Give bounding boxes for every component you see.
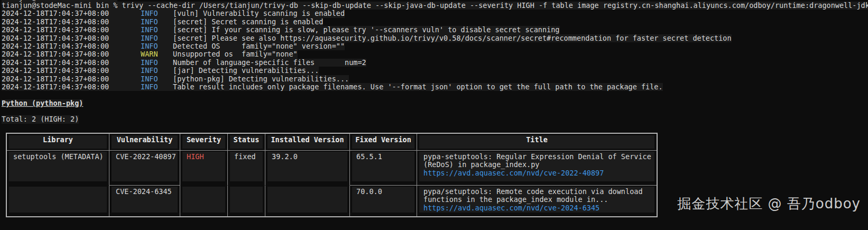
log-level: INFO bbox=[141, 26, 173, 34]
column-header-status: Status bbox=[228, 134, 265, 151]
column-header-library: Library bbox=[7, 134, 109, 151]
log-message: [python-pkg] Detecting vulnerabilities..… bbox=[173, 75, 349, 83]
log-timestamp: 2024-12-18T17:04:37+08:00 bbox=[2, 10, 141, 17]
cell-fixed-version: 70.0.0 bbox=[350, 186, 417, 216]
log-timestamp: 2024-12-18T17:04:37+08:00 bbox=[2, 67, 141, 75]
vulnerability-table: Library Vulnerability Severity Status In… bbox=[6, 133, 658, 217]
log-line: 2024-12-18T17:04:37+08:00INFO[secret] Se… bbox=[2, 18, 868, 26]
severity-badge: HIGH bbox=[182, 152, 225, 181]
shell-command: tianjun@stodeMac-mini bin % trivy --cach… bbox=[2, 2, 868, 10]
column-header-fixed-version: Fixed Version bbox=[350, 134, 417, 151]
log-timestamp: 2024-12-18T17:04:37+08:00 bbox=[2, 75, 141, 83]
log-line: 2024-12-18T17:04:37+08:00INFO[jar] Detec… bbox=[2, 67, 868, 75]
log-line: 2024-12-18T17:04:37+08:00WARNUnsupported… bbox=[2, 50, 868, 58]
log-line: 2024-12-18T17:04:37+08:00INFO[python-pkg… bbox=[2, 75, 868, 83]
log-line: 2024-12-18T17:04:37+08:00INFO[secret] If… bbox=[2, 26, 868, 34]
log-message: [secret] Secret scanning is enabled bbox=[173, 17, 323, 26]
log-line: 2024-12-18T17:04:37+08:00INFONumber of l… bbox=[2, 59, 868, 67]
cell-fixed-version: 65.5.1 bbox=[350, 151, 417, 186]
log-level: INFO bbox=[141, 18, 173, 26]
cve-link[interactable]: https://avd.aquasec.com/nvd/cve-2024-634… bbox=[423, 204, 599, 212]
log-message: Number of language-specific files num=2 bbox=[173, 58, 366, 67]
log-message: [jar] Detecting vulnerabilities... bbox=[173, 66, 319, 75]
log-message: Table result includes only package filen… bbox=[173, 82, 663, 91]
cell-severity bbox=[180, 186, 228, 216]
cell-library bbox=[7, 186, 109, 216]
cell-title: pypa/setuptools: Remote code execution v… bbox=[417, 186, 657, 216]
cell-installed-version: 39.2.0 bbox=[265, 151, 350, 186]
cell-severity: HIGH bbox=[180, 151, 228, 186]
log-level: INFO bbox=[141, 34, 173, 42]
log-timestamp: 2024-12-18T17:04:37+08:00 bbox=[2, 42, 141, 50]
column-header-vulnerability: Vulnerability bbox=[109, 134, 180, 151]
cell-library: setuptools (METADATA) bbox=[7, 151, 109, 186]
log-level: INFO bbox=[141, 59, 173, 67]
cell-vulnerability: CVE-2022-40897 bbox=[109, 151, 180, 186]
section-heading-line: Python (python-pkg) bbox=[2, 99, 868, 107]
log-level: WARN bbox=[141, 50, 173, 58]
title-line: pypa-setuptools: Regular Expression Deni… bbox=[423, 153, 650, 161]
title-line: functions in the package_index module in… bbox=[423, 196, 650, 204]
log-line: 2024-12-18T17:04:37+08:00INFODetected OS… bbox=[2, 42, 868, 50]
total-summary-line: Total: 2 (HIGH: 2) bbox=[2, 115, 868, 123]
title-line: pypa/setuptools: Remote code execution v… bbox=[423, 188, 650, 196]
cell-status bbox=[228, 186, 265, 216]
cell-status: fixed bbox=[228, 151, 265, 186]
log-timestamp: 2024-12-18T17:04:37+08:00 bbox=[2, 59, 141, 67]
column-header-installed-version: Installed Version bbox=[265, 134, 350, 151]
section-heading: Python (python-pkg) bbox=[2, 99, 83, 107]
log-level: INFO bbox=[141, 67, 173, 75]
log-line: 2024-12-18T17:04:37+08:00INFOTable resul… bbox=[2, 83, 868, 91]
cve-link[interactable]: https://avd.aquasec.com/nvd/cve-2022-408… bbox=[423, 169, 604, 177]
log-message: [secret] If your scanning is slow, pleas… bbox=[173, 25, 560, 34]
log-level: INFO bbox=[141, 42, 173, 50]
log-timestamp: 2024-12-18T17:04:37+08:00 bbox=[2, 18, 141, 26]
cell-title: pypa-setuptools: Regular Expression Deni… bbox=[417, 151, 657, 186]
log-line: 2024-12-18T17:04:37+08:00INFO[secret] Pl… bbox=[2, 34, 868, 42]
title-line: (ReDoS) in package_index.py bbox=[423, 161, 650, 169]
log-level: INFO bbox=[141, 83, 173, 91]
log-timestamp: 2024-12-18T17:04:37+08:00 bbox=[2, 83, 141, 91]
cell-vulnerability: CVE-2024-6345 bbox=[109, 186, 180, 216]
terminal-output: tianjun@stodeMac-mini bin % tianjun@stod… bbox=[0, 0, 868, 217]
cell-installed-version bbox=[265, 186, 350, 216]
shell-prompt-line: tianjun@stodeMac-mini bin % trivy --cach… bbox=[2, 2, 868, 10]
watermark: 掘金技术社区 @ 吾乃odboy bbox=[677, 195, 861, 213]
log-level: INFO bbox=[141, 10, 173, 17]
log-message: Detected OS family="none" version="" bbox=[173, 42, 345, 50]
log-timestamp: 2024-12-18T17:04:37+08:00 bbox=[2, 26, 141, 34]
column-header-title: Title bbox=[417, 134, 657, 151]
log-line: 2024-12-18T17:04:37+08:00INFO[vuln] Vuln… bbox=[2, 10, 868, 17]
log-level: INFO bbox=[141, 75, 173, 83]
column-header-severity: Severity bbox=[180, 134, 228, 151]
log-message: [secret] Please see also https://aquasec… bbox=[173, 34, 732, 42]
log-message: [vuln] Vulnerability scanning is enabled bbox=[173, 9, 345, 17]
total-summary: Total: 2 (HIGH: 2) bbox=[2, 115, 79, 123]
log-timestamp: 2024-12-18T17:04:37+08:00 bbox=[2, 50, 141, 58]
log-timestamp: 2024-12-18T17:04:37+08:00 bbox=[2, 34, 141, 42]
log-message: Unsupported os family="none" bbox=[173, 50, 298, 58]
